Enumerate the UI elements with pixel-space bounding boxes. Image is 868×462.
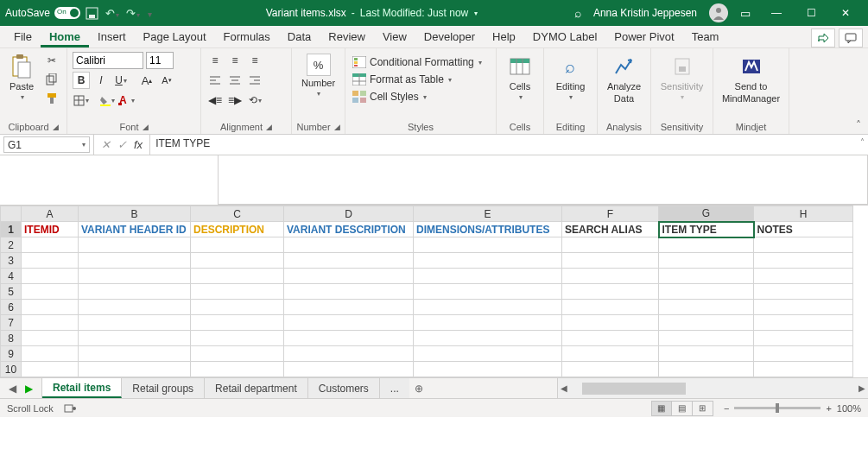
cell-E9[interactable] — [414, 346, 562, 362]
align-middle-icon[interactable]: ≡ — [226, 52, 244, 69]
user-name[interactable]: Anna Kristin Jeppesen — [593, 7, 697, 19]
col-header-G[interactable]: G — [659, 206, 754, 222]
autosave-switch[interactable]: On — [54, 7, 80, 19]
cell-B9[interactable] — [79, 346, 191, 362]
align-center-icon[interactable] — [226, 72, 244, 89]
row-header-4[interactable]: 4 — [1, 269, 22, 284]
cells-button[interactable]: Cells▾ — [504, 52, 536, 103]
orientation-icon[interactable]: ⟲▾ — [246, 92, 263, 109]
col-header-D[interactable]: D — [284, 206, 414, 222]
collapse-ribbon-icon[interactable]: ˄ — [849, 48, 868, 134]
tab-view[interactable]: View — [374, 27, 415, 47]
cell-F9[interactable] — [562, 346, 659, 362]
cell-E1[interactable]: DIMENSIONS/ATTRIBUTES — [414, 222, 562, 237]
cell-B4[interactable] — [79, 269, 191, 284]
sheet-tab-retail-groups[interactable]: Retail groups — [122, 378, 205, 398]
cell-B6[interactable] — [79, 300, 191, 315]
cell-F5[interactable] — [562, 284, 659, 300]
cell-A1[interactable]: ITEMID — [22, 222, 79, 237]
row-header-3[interactable]: 3 — [1, 253, 22, 269]
cell-F4[interactable] — [562, 269, 659, 284]
col-header-A[interactable]: A — [22, 206, 79, 222]
cell-E3[interactable] — [414, 253, 562, 269]
clipboard-launcher-icon[interactable]: ◢ — [53, 123, 59, 131]
horizontal-scrollbar[interactable]: ◀ ▶ — [557, 378, 868, 398]
zoom-in-icon[interactable]: + — [826, 403, 831, 414]
cell-H9[interactable] — [754, 346, 853, 362]
zoom-slider[interactable] — [734, 407, 820, 409]
normal-view-button[interactable]: ▦ — [651, 401, 672, 416]
cell-G7[interactable] — [659, 315, 754, 331]
cell-H3[interactable] — [754, 253, 853, 269]
formula-collapse-icon[interactable]: ˄ — [860, 137, 865, 147]
number-format-button[interactable]: % Number ▾ — [298, 52, 339, 99]
tab-data[interactable]: Data — [279, 27, 320, 47]
cell-H5[interactable] — [754, 284, 853, 300]
cell-A6[interactable] — [22, 300, 79, 315]
formula-input[interactable]: ITEM TYPE — [150, 135, 868, 155]
cell-F8[interactable] — [562, 331, 659, 346]
macro-record-icon[interactable] — [64, 403, 76, 414]
cell-C8[interactable] — [191, 331, 284, 346]
col-header-B[interactable]: B — [79, 206, 191, 222]
cell-A10[interactable] — [22, 362, 79, 377]
last-modified[interactable]: Last Modified: Just now — [360, 7, 468, 19]
page-break-view-button[interactable]: ⊞ — [693, 401, 713, 416]
cell-A8[interactable] — [22, 331, 79, 346]
cell-E2[interactable] — [414, 237, 562, 253]
spreadsheet-grid[interactable]: ABCDEFGH1ITEMIDVARIANT HEADER IDDESCRIPT… — [0, 206, 868, 377]
cell-A2[interactable] — [22, 237, 79, 253]
tab-developer[interactable]: Developer — [415, 27, 484, 47]
cell-A3[interactable] — [22, 253, 79, 269]
cell-C5[interactable] — [191, 284, 284, 300]
cell-A5[interactable] — [22, 284, 79, 300]
cell-H6[interactable] — [754, 300, 853, 315]
cell-H10[interactable] — [754, 362, 853, 377]
analyze-data-button[interactable]: Analyze Data — [604, 52, 644, 105]
cell-B5[interactable] — [79, 284, 191, 300]
cell-G9[interactable] — [659, 346, 754, 362]
cell-D6[interactable] — [284, 300, 414, 315]
editing-button[interactable]: ⌕ Editing▾ — [553, 52, 589, 103]
font-name-select[interactable] — [73, 52, 143, 69]
copy-icon[interactable] — [43, 71, 60, 88]
cancel-formula-icon[interactable]: ✕ — [101, 138, 111, 151]
grow-font-button[interactable]: A▴ — [138, 72, 155, 89]
new-sheet-button[interactable]: ⊕ — [409, 378, 428, 398]
sheet-tab-customers[interactable]: Customers — [308, 378, 380, 398]
name-box[interactable]: G1 ▾ — [3, 136, 90, 153]
page-layout-view-button[interactable]: ▤ — [672, 401, 693, 416]
send-to-mindmanager-button[interactable]: Send to MindManager — [719, 52, 783, 105]
cell-A9[interactable] — [22, 346, 79, 362]
sheet-prev-icon[interactable]: ◀ — [9, 383, 16, 395]
row-header-1[interactable]: 1 — [1, 222, 22, 237]
align-top-icon[interactable]: ≡ — [206, 52, 224, 69]
save-icon[interactable] — [86, 7, 98, 20]
maximize-button[interactable]: ☐ — [794, 0, 828, 26]
cell-G4[interactable] — [659, 269, 754, 284]
row-header-9[interactable]: 9 — [1, 346, 22, 362]
minimize-button[interactable]: — — [759, 0, 794, 26]
cell-F2[interactable] — [562, 237, 659, 253]
zoom-out-icon[interactable]: − — [724, 403, 729, 414]
bold-button[interactable]: B — [73, 72, 90, 89]
cell-D1[interactable]: VARIANT DESCRIPTION — [284, 222, 414, 237]
zoom-value[interactable]: 100% — [837, 403, 861, 414]
col-header-F[interactable]: F — [562, 206, 659, 222]
row-header-8[interactable]: 8 — [1, 331, 22, 346]
cell-D7[interactable] — [284, 315, 414, 331]
cell-H1[interactable]: NOTES — [754, 222, 853, 237]
row-header-6[interactable]: 6 — [1, 300, 22, 315]
search-icon[interactable]: ⌕ — [574, 6, 581, 20]
underline-button[interactable]: U▾ — [112, 72, 130, 89]
zoom-control[interactable]: − + 100% — [724, 403, 861, 414]
row-header-10[interactable]: 10 — [1, 362, 22, 377]
increase-indent-icon[interactable]: ≡▶ — [226, 92, 244, 109]
cell-F6[interactable] — [562, 300, 659, 315]
cell-G8[interactable] — [659, 331, 754, 346]
cell-G3[interactable] — [659, 253, 754, 269]
align-left-icon[interactable] — [206, 72, 224, 89]
cell-D4[interactable] — [284, 269, 414, 284]
tab-home[interactable]: Home — [41, 27, 89, 47]
namebox-dropdown-icon[interactable]: ▾ — [82, 141, 86, 149]
